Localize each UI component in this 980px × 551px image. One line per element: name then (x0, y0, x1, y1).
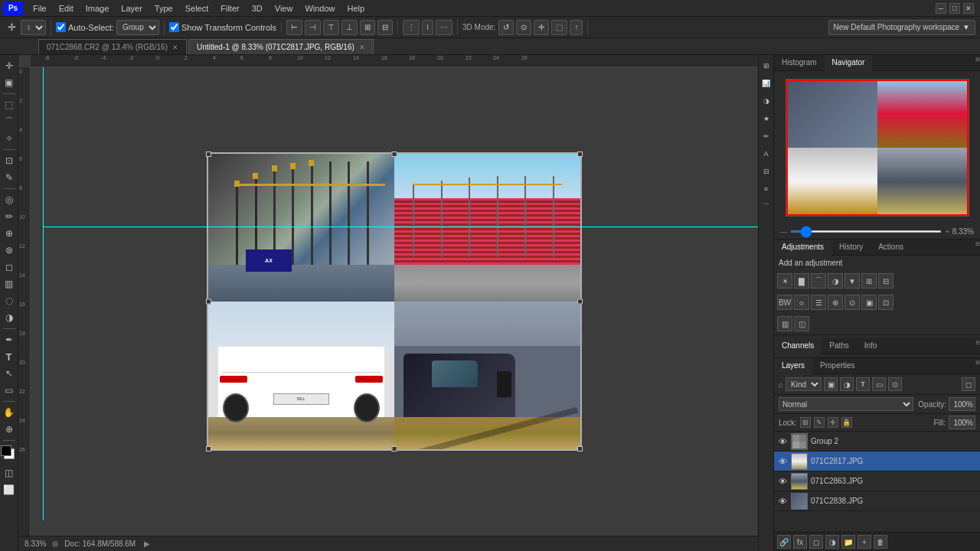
new-layer-btn[interactable]: + (858, 535, 871, 549)
3d-rotate-btn[interactable]: ↺ (498, 20, 514, 35)
adjustments-panel-menu[interactable]: ≡ (975, 240, 980, 255)
tab-layers[interactable]: Layers (774, 358, 812, 374)
menu-help[interactable]: Help (342, 2, 371, 15)
3d-walk-btn[interactable]: ↑ (570, 20, 583, 35)
levels-icon[interactable]: ▇ (794, 273, 809, 289)
invert-icon[interactable]: ⊙ (844, 295, 860, 310)
filter-adjust-btn[interactable]: ◑ (840, 377, 854, 391)
dist-right-btn[interactable]: ⋯ (436, 20, 452, 35)
add-style-btn[interactable]: fx (793, 535, 807, 549)
layer-row-2863[interactable]: 👁 071C2863.JPG (774, 471, 980, 491)
exposure-icon[interactable]: ◑ (828, 273, 843, 289)
lasso-tool[interactable]: ⌒ (2, 114, 17, 129)
dist-center-btn[interactable]: ⁞ (422, 20, 433, 35)
layer-visibility-2817[interactable]: 👁 (777, 456, 788, 467)
align-bottom-btn[interactable]: ⊟ (377, 20, 393, 35)
close-button[interactable]: ✕ (963, 3, 974, 14)
tab-untitled[interactable]: Untitled-1 @ 8.33% (071C2817.JPG, RGB/16… (188, 39, 374, 54)
gradient-tool[interactable]: ▥ (2, 276, 17, 292)
zoom-slider[interactable] (790, 230, 942, 233)
hsl-icon[interactable]: ⊞ (861, 273, 877, 289)
handle-tl[interactable] (206, 152, 211, 157)
filter-toggle-btn[interactable]: ◻ (962, 377, 975, 391)
align-center-h-btn[interactable]: ⊣ (305, 20, 321, 35)
vibrance-icon[interactable]: ▼ (844, 273, 860, 289)
eraser-tool[interactable]: ◻ (2, 259, 17, 275)
minimize-button[interactable]: ─ (936, 3, 946, 14)
lock-image-btn[interactable]: ✎ (814, 417, 825, 428)
menu-edit[interactable]: Edit (54, 2, 79, 15)
3d-orbit-btn[interactable]: ⊙ (516, 20, 531, 35)
shape-tool[interactable]: ▭ (2, 383, 17, 398)
brush-tool[interactable]: ✏ (2, 209, 17, 224)
menu-view[interactable]: View (270, 2, 299, 15)
selective-color-icon[interactable]: ◫ (794, 316, 809, 331)
type-tool[interactable]: T (2, 349, 17, 364)
path-select-tool[interactable]: ↖ (2, 366, 17, 381)
rt-layers-btn[interactable]: ⊟ (759, 164, 774, 179)
rt-hist-btn[interactable]: 📊 (759, 76, 774, 91)
threshold-icon[interactable]: ⊡ (878, 295, 893, 310)
layers-panel-menu[interactable]: ≡ (975, 358, 980, 373)
layer-visibility-2838[interactable]: 👁 (777, 496, 788, 507)
color-balance-icon[interactable]: ⊟ (878, 273, 893, 289)
align-top-btn[interactable]: ⊥ (341, 20, 358, 35)
history-brush-tool[interactable]: ⊛ (2, 243, 17, 258)
delete-layer-btn[interactable]: 🗑 (874, 535, 887, 549)
magic-wand-tool[interactable]: ✧ (2, 131, 17, 146)
workspace-selector[interactable]: New Default Photography workspace ▼ (828, 20, 975, 35)
bw-icon[interactable]: BW (777, 295, 792, 310)
filter-pixel-btn[interactable]: ▣ (824, 377, 838, 391)
align-left-btn[interactable]: ⊢ (286, 20, 302, 35)
menu-filter[interactable]: Filter (215, 2, 244, 15)
align-right-btn[interactable]: ⊤ (323, 20, 339, 35)
filter-type-btn[interactable]: T (856, 377, 870, 391)
status-play-btn[interactable]: ▶ (142, 539, 152, 549)
rt-paths-btn[interactable]: ⌒ (759, 199, 774, 214)
auto-select-checkbox[interactable] (56, 22, 66, 32)
rt-brush-btn[interactable]: ✏ (759, 129, 774, 144)
tool-options-dropdown[interactable]: ↕ (21, 20, 46, 35)
tab-actions[interactable]: Actions (871, 240, 911, 255)
rt-adj-btn[interactable]: ◑ (759, 93, 774, 109)
layer-visibility-2863[interactable]: 👁 (777, 476, 788, 487)
tab-properties[interactable]: Properties (812, 358, 863, 373)
link-layers-btn[interactable]: 🔗 (777, 535, 791, 549)
menu-select[interactable]: Select (180, 2, 214, 15)
lock-position-btn[interactable]: ✛ (828, 417, 838, 428)
tab-paths[interactable]: Paths (822, 338, 857, 354)
color-lookup-icon[interactable]: ⊕ (828, 295, 843, 310)
handle-br[interactable] (577, 446, 583, 452)
dist-left-btn[interactable]: ⋮ (403, 20, 420, 35)
layers-mode-dropdown[interactable]: Normal (779, 397, 913, 411)
fill-input[interactable] (949, 416, 975, 429)
blur-tool[interactable]: ◌ (2, 293, 17, 308)
curves-icon[interactable]: ⌒ (811, 273, 826, 289)
move-tool-icon[interactable]: ✛ (5, 21, 18, 34)
spot-heal-tool[interactable]: ◎ (2, 192, 17, 207)
menu-file[interactable]: File (28, 2, 52, 15)
photo-filter-icon[interactable]: ⌾ (794, 295, 809, 310)
move-tool[interactable]: ✛ (2, 58, 17, 73)
artboard-tool[interactable]: ▣ (2, 75, 17, 90)
handle-tc[interactable] (392, 152, 397, 157)
handle-bl[interactable] (206, 446, 211, 452)
menu-3d[interactable]: 3D (247, 2, 268, 15)
navigator-panel-menu[interactable]: ≡ (975, 55, 980, 70)
layers-filter-dropdown[interactable]: Kind (786, 377, 822, 391)
show-transform-checkbox[interactable] (169, 22, 179, 32)
tab-cr2[interactable]: 071C2868.CR2 @ 13.4% (RGB/16) ✕ (38, 39, 187, 54)
menu-image[interactable]: Image (80, 2, 115, 15)
tab-info[interactable]: Info (857, 338, 885, 354)
handle-bc[interactable] (392, 446, 397, 452)
handle-mr[interactable] (577, 299, 583, 305)
zoom-out-btn[interactable]: — (780, 228, 787, 236)
quick-mask-toggle[interactable]: ◫ (2, 465, 17, 481)
eyedropper-tool[interactable]: ✎ (2, 170, 17, 185)
layer-row-2817[interactable]: 👁 071C2817.JPG (774, 452, 980, 471)
handle-tr[interactable] (577, 152, 583, 157)
tab-history[interactable]: History (831, 240, 871, 255)
brightness-contrast-icon[interactable]: ☀ (777, 273, 792, 289)
menu-layer[interactable]: Layer (116, 2, 148, 15)
zoom-tool[interactable]: ⊕ (2, 422, 17, 437)
